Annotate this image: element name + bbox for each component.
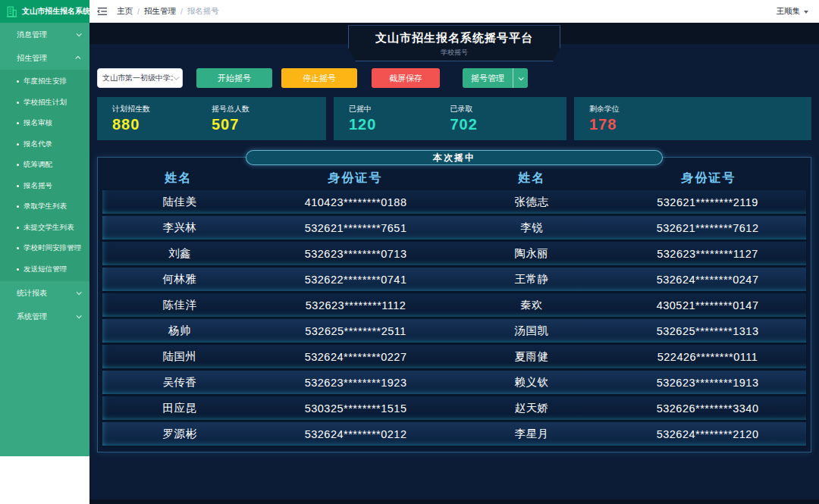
cell-name: 李锐 <box>454 221 609 235</box>
sidebar-subitem[interactable]: 学校招生计划 <box>0 92 89 114</box>
cell-name: 秦欢 <box>454 298 609 312</box>
screenshot-save-button[interactable]: 截屏保存 <box>372 68 440 88</box>
bullet-icon <box>17 102 19 104</box>
sidebar-subitem[interactable]: 统筹调配 <box>0 155 89 176</box>
cell-id-number: 532624********0247 <box>609 274 806 286</box>
column-header: 姓名 <box>454 171 610 186</box>
bullet-icon <box>17 268 19 271</box>
stat-value: 178 <box>589 116 693 133</box>
cell-name: 王常静 <box>454 272 609 286</box>
breadcrumb-link[interactable]: 主页 <box>117 6 133 17</box>
cell-id-number: 532621********2119 <box>609 196 806 208</box>
cell-id-number: 532623********0713 <box>257 248 454 260</box>
school-select[interactable]: 文山市第一初级中学北校 <box>97 68 183 88</box>
sidebar-subitem[interactable]: 学校时间安排管理 <box>0 238 89 259</box>
app-logo: 文山市招生报名系统 <box>0 0 89 23</box>
stat-item: 已摇中120 <box>349 104 450 133</box>
cell-id-number: 532623********1913 <box>609 377 806 389</box>
cell-name: 赵天娇 <box>454 401 609 415</box>
sidebar-group[interactable]: 统计报表 <box>0 281 89 305</box>
cell-name: 张德志 <box>454 195 609 209</box>
table-row: 吴传香532623********1923赖义钦532623********19… <box>102 371 806 394</box>
cell-id-number: 532624********0227 <box>257 351 454 363</box>
table-row: 罗源彬532624********0212李星月532624********21… <box>102 422 806 446</box>
lottery-result-title: 本次摇中 <box>246 150 663 165</box>
sidebar-group-label: 招生管理 <box>17 53 77 64</box>
breadcrumb-link[interactable]: 招生管理 <box>144 6 176 17</box>
sidebar-subitem-label: 年度招生安排 <box>24 77 67 86</box>
table-row: 田应昆530325********1515赵天娇532626********33… <box>102 396 806 420</box>
main-content: 文山市招生报名系统摇号平台 学校摇号 文山市第一初级中学北校 开始摇号 停止摇号… <box>89 23 819 504</box>
cell-name: 陶永丽 <box>454 246 609 261</box>
sidebar-subitem[interactable]: 发送短信管理 <box>0 259 89 280</box>
stop-lottery-button[interactable]: 停止摇号 <box>281 68 357 88</box>
cell-name: 刘鑫 <box>102 246 257 261</box>
sidebar-subitem-label: 发送短信管理 <box>24 265 67 274</box>
stat-item: 计划招生数880 <box>112 104 212 133</box>
stat-label: 已摇中 <box>349 104 450 114</box>
building-icon <box>5 5 18 18</box>
sidebar-subitem[interactable]: 年度招生安排 <box>0 71 89 92</box>
table-row: 李兴林532621********7651李锐532621********761… <box>102 216 806 239</box>
stat-item: 剩余学位178 <box>589 104 693 133</box>
sidebar-group-label: 统计报表 <box>17 288 77 299</box>
cell-id-number: 530325********1515 <box>257 402 454 415</box>
sidebar-group-label: 消息管理 <box>17 30 77 40</box>
cell-name: 陈佳洋 <box>102 298 257 312</box>
lottery-manage-dropdown[interactable] <box>513 68 528 88</box>
stat-item: 已录取702 <box>450 104 552 133</box>
bullet-icon <box>17 205 19 208</box>
sidebar-subitem-label: 录取学生列表 <box>24 202 67 211</box>
app-title: 文山市招生报名系统 <box>22 6 89 17</box>
lottery-manage-button[interactable]: 摇号管理 <box>463 68 513 88</box>
cell-id-number: 410423********0188 <box>257 196 454 208</box>
cell-id-number: 532623********1127 <box>609 248 806 260</box>
bullet-icon <box>17 122 19 124</box>
stat-panel: 计划招生数880摇号总人数507 <box>97 97 326 140</box>
stat-value: 120 <box>349 116 450 133</box>
sidebar-subitem[interactable]: 报名审核 <box>0 113 89 134</box>
cell-id-number: 532624********0212 <box>257 428 454 440</box>
cell-id-number: 532621********7612 <box>609 222 806 234</box>
sidebar-subitem[interactable]: 报名代录 <box>0 134 89 155</box>
user-menu[interactable]: 王顺集 <box>777 6 809 17</box>
sidebar-subitem-label: 报名代录 <box>24 139 52 149</box>
sidebar-subitem[interactable]: 未提交学生列表 <box>0 218 89 239</box>
sidebar-group[interactable]: 系统管理 <box>0 305 89 328</box>
cell-id-number: 532623********1112 <box>257 299 454 311</box>
stat-label: 已录取 <box>450 104 552 114</box>
stats-row: 计划招生数880摇号总人数507已摇中120已录取702剩余学位178 <box>97 97 811 140</box>
controls-bar: 文山市第一初级中学北校 开始摇号 停止摇号 截屏保存 摇号管理 <box>97 68 819 88</box>
breadcrumb-separator: / <box>137 7 140 16</box>
bullet-icon <box>17 185 19 187</box>
stat-label: 摇号总人数 <box>212 104 311 114</box>
user-name: 王顺集 <box>777 6 801 17</box>
bullet-icon <box>17 227 19 229</box>
stat-value: 702 <box>450 116 552 133</box>
sidebar-subitem[interactable]: 录取学生列表 <box>0 196 89 218</box>
sidebar-group[interactable]: 消息管理 <box>0 23 89 46</box>
page-banner: 文山市招生报名系统摇号平台 学校摇号 <box>348 25 560 61</box>
stat-value: 507 <box>212 116 311 133</box>
chevron-down-icon <box>173 74 179 80</box>
sidebar-subitem-label: 统筹调配 <box>24 160 52 170</box>
sidebar-subitem-label: 学校时间安排管理 <box>24 243 81 253</box>
lottery-manage-split-button: 摇号管理 <box>463 68 528 88</box>
bullet-icon <box>17 247 19 249</box>
table-row: 杨帅532625********2511汤国凯532625********131… <box>102 319 806 343</box>
breadcrumb: 主页/招生管理/报名摇号 <box>117 6 777 17</box>
sidebar-group[interactable]: 招生管理 <box>0 46 89 70</box>
sidebar-subitem-label: 报名审核 <box>24 118 52 128</box>
chevron-down-icon <box>77 313 82 318</box>
cell-name: 夏雨健 <box>454 349 609 364</box>
start-lottery-button[interactable]: 开始摇号 <box>196 68 272 88</box>
footer-strip <box>89 499 819 504</box>
sidebar-group-label: 系统管理 <box>17 311 77 322</box>
chevron-down-icon <box>77 290 82 295</box>
cell-id-number: 532621********7651 <box>257 222 454 234</box>
sidebar-subitem[interactable]: 报名摇号 <box>0 176 89 197</box>
bullet-icon <box>17 164 19 166</box>
menu-collapse-icon[interactable] <box>97 7 108 16</box>
cell-name: 何林雅 <box>102 272 257 286</box>
sidebar-menu: 消息管理招生管理年度招生安排学校招生计划报名审核报名代录统筹调配报名摇号录取学生… <box>0 23 89 328</box>
